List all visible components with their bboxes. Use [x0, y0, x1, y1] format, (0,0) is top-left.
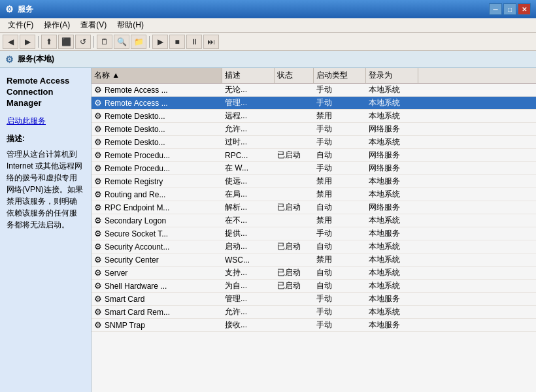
minimize-button[interactable]: ─	[489, 3, 502, 15]
cell-3: 自动	[314, 280, 366, 292]
table-row[interactable]: ⚙Smart Card管理...手动本地服务	[92, 293, 536, 306]
menu-action[interactable]: 操作(A)	[39, 18, 75, 32]
cell-2: 已启动	[275, 267, 314, 279]
play-button[interactable]: ▶	[152, 35, 168, 49]
table-row[interactable]: ⚙Security Account...启动...已启动自动本地系统	[92, 240, 536, 253]
service-icon: ⚙	[94, 229, 102, 238]
service-icon: ⚙	[94, 307, 102, 317]
cell-0: ⚙Routing and Re...	[92, 188, 222, 201]
table-row[interactable]: ⚙Secure Socket T...提供...手动本地服务	[92, 227, 536, 240]
pause-button[interactable]: ⏸	[186, 35, 202, 49]
cell-3: 手动	[314, 162, 366, 174]
table-row[interactable]: ⚙Shell Hardware ...为自...已启动自动本地系统	[92, 280, 536, 293]
filter-button[interactable]: 🔍	[114, 35, 129, 49]
cell-3: 手动	[314, 84, 366, 96]
cell-1: 无论...	[222, 84, 275, 96]
stop-button[interactable]: ⬛	[58, 35, 74, 49]
cell-1: 接收...	[222, 319, 275, 331]
table-row[interactable]: ⚙Remote Deskto...过时...手动本地系统	[92, 136, 536, 149]
cell-3: 手动	[314, 136, 366, 148]
back-button[interactable]: ◀	[3, 35, 18, 49]
menu-help[interactable]: 帮助(H)	[112, 18, 149, 32]
table-body[interactable]: ⚙Remote Access ...无论...手动本地系统⚙Remote Acc…	[92, 84, 536, 392]
cell-1: 允许...	[222, 123, 275, 135]
table-row[interactable]: ⚙Smart Card Rem...允许...手动本地系统	[92, 306, 536, 319]
cell-2	[275, 214, 314, 227]
start-service-link[interactable]: 启动此服务	[7, 116, 84, 127]
col-desc[interactable]: 描述	[222, 68, 275, 83]
cell-2	[275, 306, 314, 318]
table-row[interactable]: ⚙Remote Registry使远...禁用本地服务	[92, 175, 536, 188]
table-row[interactable]: ⚙Remote Access ...管理...手动本地系统	[92, 97, 536, 110]
menu-file[interactable]: 文件(F)	[3, 18, 39, 32]
main-window: Remote Access Connection Manager 启动此服务 描…	[0, 68, 536, 392]
col-status[interactable]: 状态	[275, 68, 314, 83]
menu-view[interactable]: 查看(V)	[75, 18, 112, 32]
table-row[interactable]: ⚙SNMP Trap接收...手动本地服务	[92, 319, 536, 332]
col-logon[interactable]: 登录为	[366, 68, 418, 83]
folder-button[interactable]: 📁	[131, 35, 146, 49]
address-bar: ⚙ 服务(本地)	[0, 51, 536, 68]
forward-button[interactable]: ▶	[20, 35, 35, 49]
toolbar: ◀ ▶ ⬆ ⬛ ↺ 🗒 🔍 📁 ▶ ■ ⏸ ⏭	[0, 33, 536, 51]
cell-4: 本地服务	[366, 293, 418, 305]
cell-3: 禁用	[314, 110, 366, 122]
cell-0: ⚙Security Center	[92, 253, 222, 266]
service-icon: ⚙	[94, 203, 102, 212]
service-icon: ⚙	[94, 242, 102, 252]
toolbar-sep-3	[149, 36, 150, 48]
cell-1: RPC...	[222, 149, 275, 161]
table-row[interactable]: ⚙Remote Procedu...RPC...已启动自动网络服务	[92, 149, 536, 162]
title-bar: ⚙ 服务 ─ □ ✕	[0, 0, 536, 18]
cell-1: 使远...	[222, 175, 275, 188]
service-icon: ⚙	[94, 189, 102, 199]
cell-0: ⚙RPC Endpoint M...	[92, 201, 222, 214]
up-button[interactable]: ⬆	[41, 35, 57, 49]
cell-4: 本地系统	[366, 306, 418, 318]
table-row[interactable]: ⚙Remote Deskto...允许...手动网络服务	[92, 123, 536, 136]
table-row[interactable]: ⚙RPC Endpoint M...解析...已启动自动网络服务	[92, 201, 536, 214]
cell-3: 禁用	[314, 253, 366, 266]
table-row[interactable]: ⚙Server支持...已启动自动本地系统	[92, 267, 536, 280]
cell-4: 网络服务	[366, 162, 418, 174]
title-bar-text: 服务	[18, 4, 489, 15]
restart-button[interactable]: ⏭	[203, 35, 219, 49]
desc-title: 描述:	[7, 133, 84, 144]
table-row[interactable]: ⚙Remote Procedu...在 W...手动网络服务	[92, 162, 536, 175]
cell-0: ⚙Remote Access ...	[92, 97, 222, 109]
table-row[interactable]: ⚙Routing and Re...在局...禁用本地系统	[92, 188, 536, 201]
title-bar-buttons: ─ □ ✕	[489, 3, 531, 15]
cell-2: 已启动	[275, 149, 314, 161]
service-icon: ⚙	[94, 268, 102, 278]
refresh-button[interactable]: ↺	[75, 35, 91, 49]
cell-3: 禁用	[314, 188, 366, 201]
cell-2	[275, 188, 314, 201]
cell-3: 禁用	[314, 214, 366, 227]
cell-1: 在不...	[222, 214, 275, 227]
cell-1: 支持...	[222, 267, 275, 279]
menu-bar: 文件(F) 操作(A) 查看(V) 帮助(H)	[0, 18, 536, 33]
cell-4: 本地系统	[366, 188, 418, 201]
export-button[interactable]: 🗒	[97, 35, 112, 49]
table-row[interactable]: ⚙Security CenterWSC...禁用本地系统	[92, 253, 536, 267]
cell-4: 本地系统	[366, 110, 418, 122]
cell-1: 在局...	[222, 188, 275, 201]
cell-3: 手动	[314, 306, 366, 318]
cell-4: 本地系统	[366, 240, 418, 253]
col-start-type[interactable]: 启动类型	[314, 68, 366, 83]
square-button[interactable]: ■	[169, 35, 185, 49]
cell-2	[275, 319, 314, 331]
table-row[interactable]: ⚙Remote Deskto...远程...禁用本地系统	[92, 110, 536, 123]
cell-0: ⚙Smart Card	[92, 293, 222, 305]
left-panel: Remote Access Connection Manager 启动此服务 描…	[0, 68, 92, 392]
cell-3: 手动	[314, 123, 366, 135]
table-row[interactable]: ⚙Remote Access ...无论...手动本地系统	[92, 84, 536, 97]
address-icon: ⚙	[5, 54, 14, 65]
table-row[interactable]: ⚙Secondary Logon在不...禁用本地系统	[92, 214, 536, 227]
cell-2: 已启动	[275, 240, 314, 253]
close-button[interactable]: ✕	[518, 3, 531, 15]
cell-2: 已启动	[275, 201, 314, 214]
col-name[interactable]: 名称 ▲	[92, 68, 222, 83]
cell-3: 自动	[314, 201, 366, 214]
maximize-button[interactable]: □	[503, 3, 516, 15]
